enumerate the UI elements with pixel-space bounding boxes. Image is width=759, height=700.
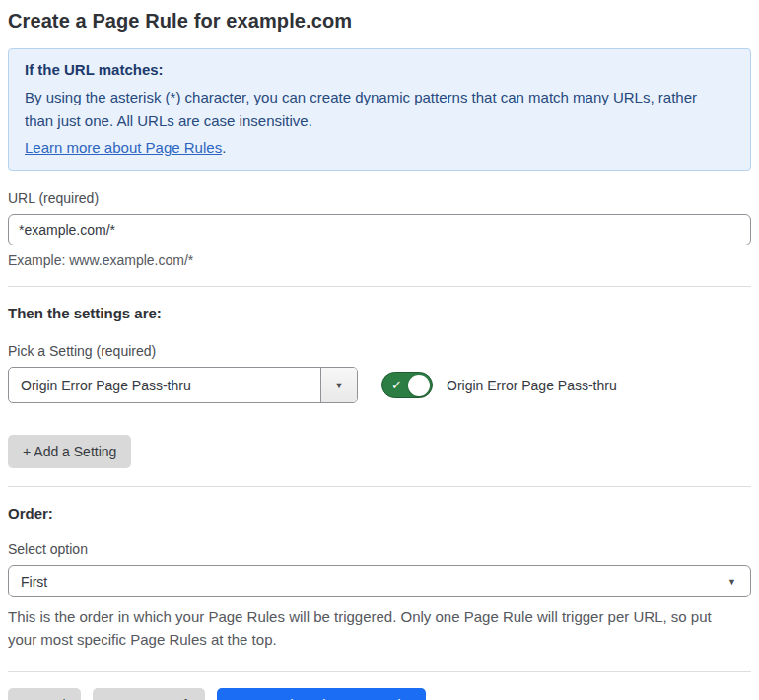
setting-select-arrow-button[interactable]: ▼ — [320, 368, 357, 402]
order-select-label: Select option — [8, 541, 751, 557]
toggle-row: ✓ Origin Error Page Pass-thru — [381, 372, 617, 398]
divider — [8, 286, 751, 287]
toggle-knob — [408, 375, 430, 396]
chevron-down-icon: ▼ — [727, 577, 736, 587]
setting-row: Origin Error Page Pass-thru ▼ ✓ Origin E… — [8, 367, 751, 403]
info-box-link-line: Learn more about Page Rules. — [25, 139, 734, 156]
cancel-button[interactable]: Cancel — [8, 688, 81, 700]
divider — [8, 486, 751, 487]
setting-select[interactable]: Origin Error Page Pass-thru ▼ — [8, 367, 358, 403]
url-match-info-box: If the URL matches: By using the asteris… — [8, 48, 751, 171]
footer-actions: Cancel Save as Draft Save and Deploy Pag… — [8, 688, 751, 700]
origin-error-passthru-toggle[interactable]: ✓ — [381, 372, 433, 398]
order-section: Order: Select option First ▼ This is the… — [8, 505, 751, 652]
save-as-draft-button[interactable]: Save as Draft — [93, 688, 206, 700]
info-box-body: By using the asterisk (*) character, you… — [25, 86, 721, 133]
order-helper-text: This is the order in which your Page Rul… — [8, 605, 737, 652]
add-setting-button[interactable]: + Add a Setting — [8, 435, 131, 468]
order-heading: Order: — [8, 505, 751, 522]
check-icon: ✓ — [391, 379, 402, 391]
toggle-label: Origin Error Page Pass-thru — [447, 378, 617, 393]
save-and-deploy-button[interactable]: Save and Deploy Page Rule — [217, 688, 426, 700]
divider — [8, 671, 751, 672]
link-suffix: . — [222, 139, 226, 156]
settings-heading: Then the settings are: — [8, 305, 751, 321]
settings-section: Then the settings are: Pick a Setting (r… — [8, 305, 751, 468]
url-label: URL (required) — [8, 190, 751, 206]
setting-select-value: Origin Error Page Pass-thru — [9, 368, 320, 402]
order-select-value: First — [21, 574, 47, 590]
pick-setting-label: Pick a Setting (required) — [8, 343, 751, 359]
order-select[interactable]: First ▼ — [8, 565, 751, 597]
url-section: URL (required) Example: www.example.com/… — [8, 190, 751, 268]
chevron-down-icon: ▼ — [335, 381, 344, 390]
learn-more-link[interactable]: Learn more about Page Rules — [25, 139, 222, 156]
page-title: Create a Page Rule for example.com — [8, 10, 751, 33]
url-example-helper: Example: www.example.com/* — [8, 252, 751, 268]
url-input[interactable] — [8, 214, 751, 245]
info-box-heading: If the URL matches: — [25, 61, 734, 78]
